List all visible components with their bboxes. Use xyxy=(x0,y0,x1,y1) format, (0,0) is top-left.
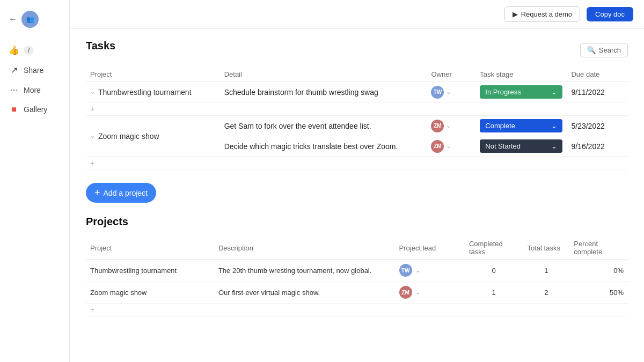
like-icon: 👍 xyxy=(9,45,19,55)
more-icon: ⋯ xyxy=(9,85,19,95)
task-detail: Decide which magic tricks translate best… xyxy=(220,136,427,157)
projects-table: Project Description Project lead Complet… xyxy=(86,237,628,316)
proj-lead-cell: ZM ⌄ xyxy=(395,282,465,304)
search-label: Search xyxy=(599,46,621,54)
share-icon: ↗ xyxy=(9,65,19,75)
completed-tasks: 1 xyxy=(465,282,523,304)
stage-chevron-icon: ⌄ xyxy=(551,122,557,130)
task-stage-cell: In Progress ⌄ xyxy=(475,82,567,102)
row-chevron-icon[interactable]: ⌄ xyxy=(90,132,95,139)
add-project-button[interactable]: + Add a project xyxy=(86,183,156,203)
owner-cell: ZM ⌄ xyxy=(427,136,475,157)
owner-cell: ZM ⌄ xyxy=(427,116,475,136)
share-label: Share xyxy=(24,66,43,75)
proj-col-lead: Project lead xyxy=(395,237,465,260)
project-cell: ⌄ Zoom magic show xyxy=(86,116,220,157)
row-chevron-icon[interactable]: ⌄ xyxy=(90,88,95,95)
sidebar-item-more[interactable]: ⋯ More xyxy=(0,80,69,99)
task-stage-cell: Not Started ⌄ xyxy=(475,136,567,157)
user-avatar: 👥 xyxy=(21,11,39,28)
demo-icon: ▶ xyxy=(513,10,518,18)
proj-name: Zoom magic show xyxy=(86,282,214,304)
task-detail: Schedule brainstorm for thumb wrestling … xyxy=(220,82,427,102)
lead-chevron-icon[interactable]: ⌄ xyxy=(415,267,420,274)
sidebar-item-gallery[interactable]: ■ Gallery xyxy=(0,100,69,119)
add-project-label: Add a project xyxy=(104,189,148,197)
copy-doc-label: Copy doc xyxy=(595,10,625,18)
add-project-row[interactable]: + xyxy=(86,304,628,316)
stage-label: In Progress xyxy=(485,88,521,96)
lead-chevron-icon[interactable]: ⌄ xyxy=(415,289,420,296)
owner-cell: TW ⌄ xyxy=(427,82,475,102)
lead-avatar: TW xyxy=(399,264,412,277)
add-project-cell[interactable]: + xyxy=(86,304,628,316)
proj-col-percent: Percent complete xyxy=(569,237,628,260)
col-due-date: Due date xyxy=(567,67,628,82)
tasks-table: Project Detail Owner Task stage Due date… xyxy=(86,67,628,170)
projects-title: Projects xyxy=(86,216,628,228)
project-cell: ⌄ Thumbwrestling tournament xyxy=(86,82,220,102)
gallery-label: Gallery xyxy=(24,105,47,114)
stage-chevron-icon: ⌄ xyxy=(551,142,557,150)
sidebar-item-share[interactable]: ↗ Share xyxy=(0,61,69,79)
owner-chevron-icon[interactable]: ⌄ xyxy=(446,143,451,150)
back-icon[interactable]: ← xyxy=(9,14,17,24)
owner-chevron-icon[interactable]: ⌄ xyxy=(446,88,451,95)
add-project-plus-icon: + xyxy=(94,187,100,198)
tasks-title: Tasks xyxy=(86,40,115,52)
col-stage: Task stage xyxy=(475,67,567,82)
proj-col-description: Description xyxy=(214,237,395,260)
proj-lead-cell: TW ⌄ xyxy=(395,260,465,282)
gallery-icon: ■ xyxy=(9,105,19,114)
proj-name: Thumbwrestling tournament xyxy=(86,260,214,282)
tasks-section-header: Tasks 🔍 Search xyxy=(86,40,628,61)
topbar: ▶ Request a demo Copy doc xyxy=(70,0,644,29)
col-project: Project xyxy=(86,67,220,82)
search-button[interactable]: 🔍 Search xyxy=(580,43,628,57)
add-task-row[interactable]: + xyxy=(86,157,628,170)
task-stage-badge[interactable]: Complete ⌄ xyxy=(480,119,562,132)
col-owner: Owner xyxy=(427,67,475,82)
sidebar-item-like[interactable]: 👍 7 xyxy=(0,41,69,60)
table-row: Thumbwrestling tournament The 20th thumb… xyxy=(86,260,628,282)
table-row: Zoom magic show Our first-ever virtual m… xyxy=(86,282,628,304)
percent-complete: 50% xyxy=(569,282,628,304)
add-task-row[interactable]: + xyxy=(86,102,628,116)
sidebar: ← 👥 👍 7 ↗ Share ⋯ More ■ Gallery xyxy=(0,0,70,362)
task-stage-badge[interactable]: Not Started ⌄ xyxy=(480,139,562,153)
due-date: 9/11/2022 xyxy=(567,82,628,102)
percent-complete: 0% xyxy=(569,260,628,282)
proj-description: Our first-ever virtual magic show. xyxy=(214,282,395,304)
stage-chevron-icon: ⌄ xyxy=(551,88,557,96)
copy-doc-button[interactable]: Copy doc xyxy=(587,7,633,21)
owner-avatar: ZM xyxy=(431,120,444,132)
sidebar-top: ← 👥 xyxy=(0,6,47,36)
total-tasks: 2 xyxy=(523,282,569,304)
main: ▶ Request a demo Copy doc Tasks 🔍 Search… xyxy=(70,0,644,362)
more-label: More xyxy=(24,86,41,94)
add-task-cell[interactable]: + xyxy=(86,102,628,116)
col-detail: Detail xyxy=(220,67,427,82)
lead-avatar: ZM xyxy=(399,286,412,299)
proj-col-project: Project xyxy=(86,237,214,260)
owner-avatar: ZM xyxy=(431,140,444,153)
table-row: ⌄ Thumbwrestling tournament Schedule bra… xyxy=(86,82,628,102)
owner-chevron-icon[interactable]: ⌄ xyxy=(446,122,451,129)
project-name: Zoom magic show xyxy=(98,132,159,141)
due-date: 5/23/2022 xyxy=(567,116,628,136)
total-tasks: 1 xyxy=(523,260,569,282)
due-date: 9/16/2022 xyxy=(567,136,628,157)
proj-description: The 20th thumb wresting tournament, now … xyxy=(214,260,395,282)
proj-col-completed: Completed tasks xyxy=(465,237,523,260)
owner-avatar: TW xyxy=(431,86,444,99)
search-icon: 🔍 xyxy=(587,46,596,54)
request-demo-button[interactable]: ▶ Request a demo xyxy=(504,6,580,22)
completed-tasks: 0 xyxy=(465,260,523,282)
task-detail: Get Sam to fork over the event attendee … xyxy=(220,116,427,136)
project-name: Thumbwrestling tournament xyxy=(98,88,192,97)
content-area: Tasks 🔍 Search Project Detail Owner Task… xyxy=(70,29,644,362)
stage-label: Complete xyxy=(485,122,515,130)
add-task-cell[interactable]: + xyxy=(86,157,628,170)
task-stage-badge[interactable]: In Progress ⌄ xyxy=(480,85,562,99)
proj-col-total: Total tasks xyxy=(523,237,569,260)
